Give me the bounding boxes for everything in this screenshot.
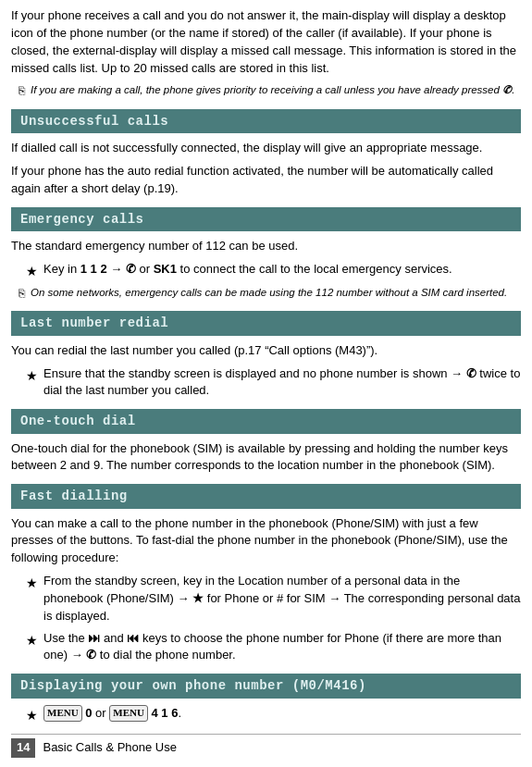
one-touch-dial-header: One-touch dial [11, 409, 521, 433]
emergency-note1-text: On some networks, emergency calls can be… [31, 285, 507, 300]
bullet-icon6: ★ [26, 706, 38, 724]
emergency-bullet1-text: Key in 1 1 2 → ✆ or SK1 to connect the c… [43, 261, 521, 278]
displaying-phone-number-bullet1: ★ MENU 0 or MENU 4 1 6. [11, 705, 521, 724]
fast-dialling-header: Fast dialling [11, 484, 521, 508]
emergency-note1: ⎘ On some networks, emergency calls can … [11, 285, 521, 302]
bullet-icon5: ★ [26, 631, 38, 649]
footer-title: Basic Calls & Phone Use [43, 739, 177, 757]
fast-dialling-bullet1-text: From the standby screen, key in the Loca… [43, 573, 521, 625]
displaying-phone-number-bullet1-text: MENU 0 or MENU 4 1 6. [43, 705, 521, 723]
unsuccessful-calls-para1: If dialled call is not successfully conn… [11, 140, 521, 157]
menu-key2: MENU [109, 705, 148, 722]
emergency-calls-para1: The standard emergency number of 112 can… [11, 238, 521, 255]
bullet-icon: ★ [26, 262, 38, 280]
emergency-calls-header: Emergency calls [11, 207, 521, 231]
last-number-redial-para1: You can redial the last number you calle… [11, 342, 521, 360]
note-icon: ⎘ [19, 83, 25, 99]
intro-para1: If your phone receives a call and you do… [11, 7, 521, 77]
bullet-icon4: ★ [26, 574, 38, 592]
fast-dialling-para1: You can make a call to the phone number … [11, 515, 521, 568]
last-number-redial-header: Last number redial [11, 311, 521, 335]
unsuccessful-calls-para2: If your phone has the auto redial functi… [11, 163, 521, 198]
page-number: 14 [11, 738, 35, 758]
last-number-bullet1-text: Ensure that the standby screen is displa… [43, 365, 521, 401]
note-icon2: ⎘ [19, 286, 25, 302]
intro-note: ⎘ If you are making a call, the phone gi… [11, 82, 521, 99]
displaying-phone-number-header: Displaying your own phone number (M0/M41… [11, 674, 521, 698]
fast-dialling-bullet2: ★ Use the ⏭ and ⏮ keys to choose the pho… [11, 630, 521, 665]
fast-dialling-bullet1: ★ From the standby screen, key in the Lo… [11, 573, 521, 625]
footer: 14 Basic Calls & Phone Use [11, 734, 521, 758]
intro-note-text: If you are making a call, the phone give… [31, 82, 514, 97]
menu-key1: MENU [43, 705, 82, 722]
bullet-icon3: ★ [26, 366, 38, 385]
emergency-bullet1: ★ Key in 1 1 2 → ✆ or SK1 to connect the… [11, 261, 521, 280]
one-touch-dial-para1: One-touch dial for the phonebook (SIM) i… [11, 440, 521, 476]
unsuccessful-calls-header: Unsuccessful calls [11, 109, 521, 133]
last-number-bullet1: ★ Ensure that the standby screen is disp… [11, 365, 521, 401]
fast-dialling-bullet2-text: Use the ⏭ and ⏮ keys to choose the phone… [43, 630, 521, 665]
